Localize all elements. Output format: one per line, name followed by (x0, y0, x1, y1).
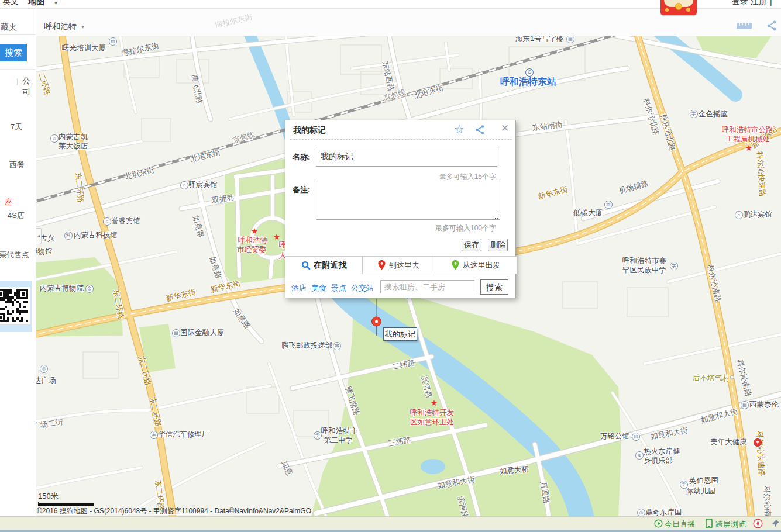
close-icon[interactable]: ✕ (501, 122, 509, 134)
favorites-label[interactable]: 藏夹 (1, 22, 17, 33)
coin-icon (675, 3, 682, 10)
marker-note-textarea[interactable] (316, 181, 500, 220)
note-label: 备注: (293, 185, 310, 195)
language-link[interactable]: 英文 (2, 0, 19, 7)
red-envelope-promo-icon[interactable] (660, 0, 697, 15)
collapse-panel-button[interactable]: ◄ (36, 228, 42, 244)
sidebar-snippet: 7天 (11, 122, 22, 132)
today-live-link[interactable]: 今日直播 (665, 519, 695, 530)
measure-distance-icon[interactable] (736, 22, 752, 33)
sidebar-snippet: 4S店 (8, 210, 25, 221)
sidebar-snippet: 西餐 (9, 160, 25, 170)
city-selector[interactable]: 呼和浩特 (44, 22, 77, 32)
chevron-down-icon: ▼ (81, 25, 85, 29)
tab-label: 在附近找 (314, 260, 347, 271)
tab-depart-from-here[interactable]: 从这里出发 (435, 257, 517, 274)
bottom-edge (0, 530, 781, 532)
name-label: 名称: (293, 152, 310, 163)
share-icon[interactable] (475, 125, 486, 137)
link-hotel[interactable]: 酒店 (291, 283, 307, 293)
company-link[interactable]: 公司 (22, 76, 36, 97)
cross-screen-link[interactable]: 跨屏浏览 (715, 519, 746, 530)
green-pin-icon (452, 260, 459, 270)
qr-code (0, 281, 32, 332)
map-menu[interactable]: 地图 (28, 0, 44, 7)
divider (290, 139, 512, 140)
popup-tabs: 在附近找 到这里去 从这里出发 (285, 256, 517, 274)
login-link[interactable]: 登录 (732, 0, 748, 7)
sidebar-snippet: 座 (5, 197, 12, 208)
share-icon[interactable] (766, 20, 778, 34)
marker-tooltip: 我的标记 (383, 327, 417, 341)
nearby-search-input[interactable] (380, 280, 474, 293)
marker-name-input[interactable] (316, 147, 497, 167)
save-button[interactable]: 保存 (462, 239, 481, 251)
sidebar-snippet: 票代售点 (0, 250, 29, 260)
divider: | (770, 0, 772, 6)
link-sights[interactable]: 景点 (331, 283, 346, 293)
note-hint: 最多可输入100个字 (435, 223, 496, 233)
tab-label: 到这里去 (389, 260, 419, 271)
tab-search-nearby[interactable]: 在附近找 (285, 257, 362, 274)
nearby-search-button[interactable]: 搜索 (480, 279, 508, 295)
copyright-text: - Data© (208, 507, 235, 515)
pin-icon[interactable] (771, 519, 780, 530)
ghost-road-label: 海拉尔东街 (214, 12, 253, 30)
browser-status-bar: 今日直播 跨屏浏览 (0, 516, 781, 530)
tab-label: 从这里出发 (463, 260, 501, 271)
play-circle-icon (654, 519, 663, 530)
copyright-text: - GS(2014)6048号 - (88, 507, 153, 515)
search-button[interactable]: 搜索 (0, 44, 27, 61)
tab-go-here[interactable]: 到这里去 (362, 257, 435, 274)
map-copyright: ©2016 搜狗地图 - GS(2014)6048号 - 甲测资字1100994… (37, 506, 311, 516)
favorite-star-icon[interactable]: ☆ (454, 122, 465, 136)
left-sidebar: 藏夹 搜索 | 公司 7天西餐座4S店票代售点 (0, 9, 36, 516)
scale-rule (38, 502, 94, 506)
my-marker-popup: 我的标记 ☆ ✕ 名称: 最多可输入15个字 备注: 最多可输入100个字 保存… (285, 120, 516, 298)
copyright-link[interactable]: NavInfo&Nav2&PalmGO (235, 507, 311, 515)
red-pin-icon (378, 260, 386, 270)
popup-title: 我的标记 (293, 125, 326, 136)
chevron-down-icon: ▼ (54, 1, 58, 5)
phone-icon (706, 519, 713, 531)
link-bus-stop[interactable]: 公交站 (351, 283, 374, 293)
coin-icon (665, 8, 669, 12)
delete-button[interactable]: 删除 (488, 239, 508, 251)
link-food[interactable]: 美食 (311, 283, 326, 293)
compass-badge-icon[interactable] (753, 519, 763, 531)
copyright-link[interactable]: ©2016 搜狗地图 (37, 507, 88, 515)
register-link[interactable]: 注册 (751, 0, 767, 7)
divider: | (16, 77, 18, 85)
search-icon (301, 261, 311, 270)
map-scale: 150米 (38, 491, 94, 506)
scale-text: 150米 (38, 491, 94, 502)
copyright-link[interactable]: 甲测资字1100994 (153, 507, 208, 515)
sogou-maps-app: { "topbar": { "lang":"英文", "map_menu":"地… (0, 0, 781, 532)
coin-icon (686, 8, 690, 12)
